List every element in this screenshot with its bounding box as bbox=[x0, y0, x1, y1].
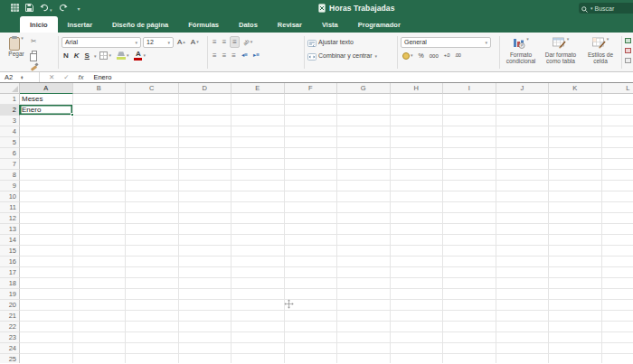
cell-I17[interactable] bbox=[443, 267, 496, 278]
cell-J13[interactable] bbox=[496, 224, 550, 235]
cell-G8[interactable] bbox=[337, 170, 391, 181]
row-header-6[interactable]: 6 bbox=[0, 148, 20, 159]
cell-D2[interactable] bbox=[179, 105, 232, 116]
delete-cells-button[interactable]: Eliminar bbox=[625, 46, 633, 55]
cell-F25[interactable] bbox=[285, 354, 338, 363]
cell-F6[interactable] bbox=[285, 148, 338, 159]
cell-F18[interactable] bbox=[285, 278, 338, 289]
cell-B15[interactable] bbox=[73, 246, 127, 257]
cell-J23[interactable] bbox=[496, 332, 550, 343]
column-header-D[interactable]: D bbox=[179, 83, 232, 94]
cell-J22[interactable] bbox=[496, 322, 550, 332]
cell-H16[interactable] bbox=[391, 257, 444, 267]
cell-L15[interactable] bbox=[602, 246, 633, 257]
cell-F13[interactable] bbox=[285, 224, 338, 235]
cell-K9[interactable] bbox=[549, 181, 602, 191]
cell-K8[interactable] bbox=[549, 170, 602, 181]
cell-B3[interactable] bbox=[73, 116, 127, 126]
cell-E8[interactable] bbox=[231, 170, 285, 181]
cell-B20[interactable] bbox=[73, 300, 127, 311]
cell-K3[interactable] bbox=[549, 116, 602, 126]
cell-A9[interactable] bbox=[20, 181, 73, 191]
cell-L25[interactable] bbox=[602, 354, 633, 363]
cell-styles-button[interactable]: ▾ Estilos de celda bbox=[582, 36, 619, 71]
cell-F12[interactable] bbox=[285, 213, 338, 224]
cell-D15[interactable] bbox=[179, 246, 232, 257]
column-header-K[interactable]: K bbox=[549, 83, 602, 94]
cell-A2[interactable]: Enero bbox=[20, 105, 73, 116]
insert-function-icon[interactable]: fx bbox=[79, 73, 84, 81]
cell-I14[interactable] bbox=[443, 235, 496, 246]
cell-D10[interactable] bbox=[179, 191, 232, 202]
cell-C10[interactable] bbox=[126, 191, 179, 202]
cell-C18[interactable] bbox=[126, 278, 179, 289]
cell-F17[interactable] bbox=[285, 267, 338, 278]
row-header-7[interactable]: 7 bbox=[0, 159, 20, 170]
row-header-22[interactable]: 22 bbox=[0, 322, 20, 332]
cell-A25[interactable] bbox=[20, 354, 73, 363]
cell-C6[interactable] bbox=[126, 148, 179, 159]
cell-B23[interactable] bbox=[73, 332, 127, 343]
cell-C11[interactable] bbox=[126, 202, 179, 213]
cell-G13[interactable] bbox=[337, 224, 391, 235]
cell-I23[interactable] bbox=[443, 332, 496, 343]
cell-G2[interactable] bbox=[337, 105, 391, 116]
cell-J4[interactable] bbox=[496, 126, 550, 137]
cell-L3[interactable] bbox=[602, 116, 633, 126]
cell-E11[interactable] bbox=[231, 202, 285, 213]
cell-J14[interactable] bbox=[496, 235, 550, 246]
increase-indent-button[interactable]: ▸≡ bbox=[251, 50, 261, 61]
cell-F4[interactable] bbox=[285, 126, 338, 137]
cell-F7[interactable] bbox=[285, 159, 338, 170]
cell-A21[interactable] bbox=[20, 311, 73, 322]
cell-K10[interactable] bbox=[549, 191, 602, 202]
cell-G3[interactable] bbox=[337, 116, 391, 126]
cell-J18[interactable] bbox=[496, 278, 550, 289]
cell-F10[interactable] bbox=[285, 191, 338, 202]
paste-button[interactable]: ▾ Pegar bbox=[5, 35, 28, 71]
cell-G9[interactable] bbox=[337, 181, 391, 191]
tab-revisar[interactable]: Revisar bbox=[268, 16, 312, 33]
cell-E6[interactable] bbox=[231, 148, 285, 159]
cell-A16[interactable] bbox=[20, 257, 73, 267]
row-header-4[interactable]: 4 bbox=[0, 126, 20, 137]
tab-programador[interactable]: Programador bbox=[348, 16, 411, 33]
cell-G25[interactable] bbox=[337, 354, 391, 363]
cell-C20[interactable] bbox=[126, 300, 179, 311]
cell-G16[interactable] bbox=[337, 257, 391, 267]
cell-C22[interactable] bbox=[126, 322, 179, 332]
cell-K20[interactable] bbox=[549, 300, 602, 311]
column-header-F[interactable]: F bbox=[285, 83, 338, 94]
cell-C2[interactable] bbox=[126, 105, 179, 116]
cell-D8[interactable] bbox=[179, 170, 232, 181]
cell-F5[interactable] bbox=[285, 137, 338, 148]
cell-C15[interactable] bbox=[126, 246, 179, 257]
cell-G6[interactable] bbox=[337, 148, 391, 159]
cell-J1[interactable] bbox=[496, 94, 550, 105]
cell-L19[interactable] bbox=[602, 289, 633, 300]
cell-C23[interactable] bbox=[126, 332, 179, 343]
cell-I25[interactable] bbox=[443, 354, 496, 363]
cell-L2[interactable] bbox=[602, 105, 633, 116]
row-header-17[interactable]: 17 bbox=[0, 267, 20, 278]
cell-E15[interactable] bbox=[231, 246, 285, 257]
cell-I10[interactable] bbox=[443, 191, 496, 202]
cell-H25[interactable] bbox=[391, 354, 444, 363]
insert-cells-button[interactable]: Insertar bbox=[625, 36, 633, 45]
cell-A4[interactable] bbox=[20, 126, 73, 137]
column-header-A[interactable]: A bbox=[20, 83, 73, 94]
cell-A7[interactable] bbox=[20, 159, 73, 170]
cell-C14[interactable] bbox=[126, 235, 179, 246]
cell-J5[interactable] bbox=[496, 137, 550, 148]
window-grid-icon[interactable] bbox=[11, 4, 19, 14]
cell-K22[interactable] bbox=[549, 322, 602, 332]
cell-F24[interactable] bbox=[285, 343, 338, 354]
borders-button[interactable]: ▾ bbox=[98, 50, 113, 61]
cell-I6[interactable] bbox=[443, 148, 496, 159]
cell-K13[interactable] bbox=[549, 224, 602, 235]
underline-dropdown-icon[interactable]: ▾ bbox=[94, 53, 97, 59]
cell-E5[interactable] bbox=[231, 137, 285, 148]
cell-D21[interactable] bbox=[179, 311, 232, 322]
cell-D19[interactable] bbox=[179, 289, 232, 300]
cut-icon[interactable]: ✂ bbox=[31, 37, 38, 45]
